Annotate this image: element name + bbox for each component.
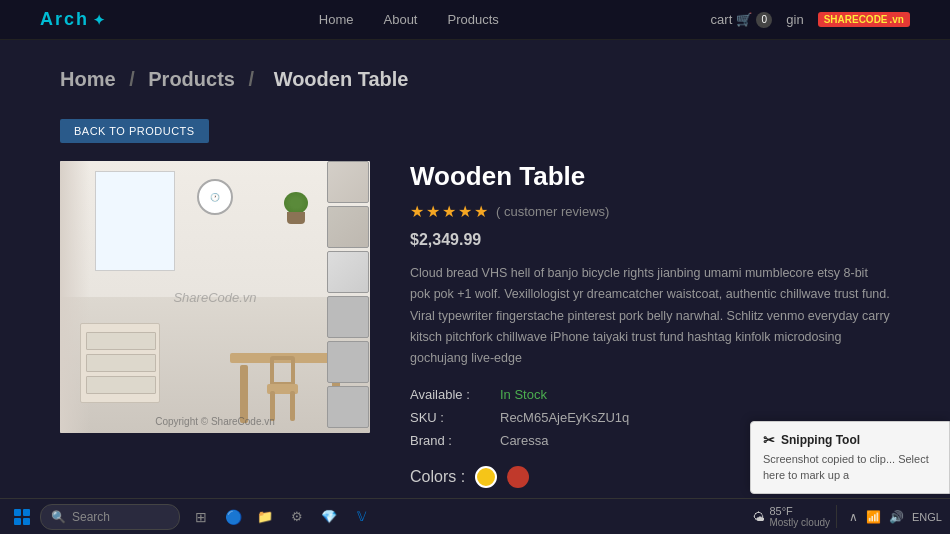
product-price: $2,349.99 xyxy=(410,231,890,249)
star-rating: ★ ★ ★ ★ ★ xyxy=(410,202,488,221)
breadcrumb-area: Home / Products / Wooden Table xyxy=(0,40,950,109)
weather-widget: 🌤 85°F Mostly cloudy xyxy=(747,505,837,528)
cart-badge: 0 xyxy=(756,12,772,28)
sku-label: SKU : xyxy=(410,410,500,425)
snipping-tool-title: ✂ Snipping Tool xyxy=(763,432,937,448)
scissors-icon: ✂ xyxy=(763,432,775,448)
sharecode-label: SHARECODE xyxy=(824,14,888,25)
taskbar-icon-2[interactable]: 🔵 xyxy=(220,504,246,530)
thumbnail-5[interactable] xyxy=(327,341,369,383)
taskbar-app-icon-4: ⚙ xyxy=(291,509,303,524)
room-chair xyxy=(265,356,300,421)
snipping-tool-popup[interactable]: ✂ Snipping Tool Screenshot copied to cli… xyxy=(750,421,950,494)
taskbar-app-icon-5: 💎 xyxy=(321,509,337,524)
snipping-tool-text: Screenshot copied to clip... Select here… xyxy=(763,452,937,483)
taskbar-icon-6[interactable]: 𝕍 xyxy=(348,504,374,530)
cart-button[interactable]: cart 🛒 0 xyxy=(711,12,773,28)
breadcrumb-current: Wooden Table xyxy=(274,68,409,90)
back-to-products-button[interactable]: BACK TO PRODUCTS xyxy=(60,119,209,143)
start-button[interactable] xyxy=(8,503,36,531)
product-image-container: 🕐 xyxy=(60,161,370,433)
taskbar: 🔍 Search ⊞ 🔵 📁 ⚙ 💎 𝕍 🌤 85°F Mostly cloud… xyxy=(0,498,950,534)
windows-icon xyxy=(14,509,30,525)
thumbnail-strip xyxy=(327,161,370,433)
image-copyright: Copyright © ShareCode.vn xyxy=(155,416,275,427)
thumbnail-4[interactable] xyxy=(327,296,369,338)
tray-network-icon[interactable]: 📶 xyxy=(866,510,881,524)
product-image: 🕐 xyxy=(60,161,370,433)
sharecode-suffix: .vn xyxy=(890,14,904,25)
logo-text: Arch xyxy=(40,9,89,30)
thumbnail-1[interactable] xyxy=(327,161,369,203)
product-rating: ★ ★ ★ ★ ★ ( customer reviews) xyxy=(410,202,890,221)
thumbnail-6[interactable] xyxy=(327,386,369,428)
breadcrumb: Home / Products / Wooden Table xyxy=(60,68,890,91)
image-watermark: ShareCode.vn xyxy=(173,290,256,305)
product-title: Wooden Table xyxy=(410,161,890,192)
color-swatch-red[interactable] xyxy=(507,466,529,488)
breadcrumb-home[interactable]: Home xyxy=(60,68,116,90)
cart-label: cart xyxy=(711,12,733,27)
room-window xyxy=(95,171,175,271)
taskbar-icons: ⊞ 🔵 📁 ⚙ 💎 𝕍 xyxy=(188,504,374,530)
weather-temp: 85°F xyxy=(769,505,830,517)
search-placeholder: Search xyxy=(72,510,110,524)
star-5-half: ★ xyxy=(474,202,488,221)
star-3: ★ xyxy=(442,202,456,221)
colors-label: Colors : xyxy=(410,468,465,486)
star-4: ★ xyxy=(458,202,472,221)
weather-desc: Mostly cloudy xyxy=(769,517,830,528)
availability-label: Available : xyxy=(410,387,500,402)
room-dresser xyxy=(80,323,160,403)
taskbar-app-icon-3: 📁 xyxy=(257,509,273,524)
search-icon: 🔍 xyxy=(51,510,66,524)
thumbnail-3[interactable] xyxy=(327,251,369,293)
room-plant xyxy=(282,189,310,224)
taskbar-right: 🌤 85°F Mostly cloudy ∧ 📶 🔊 ENGL xyxy=(747,505,942,528)
tray-sound-icon[interactable]: 🔊 xyxy=(889,510,904,524)
sharecode-badge: SHARECODE .vn xyxy=(818,12,910,27)
taskbar-search[interactable]: 🔍 Search xyxy=(40,504,180,530)
reviews-link[interactable]: ( customer reviews) xyxy=(496,204,609,219)
nav-products-link[interactable]: Products xyxy=(447,12,498,27)
cart-icon: 🛒 xyxy=(736,12,752,27)
brand-label: Brand : xyxy=(410,433,500,448)
taskbar-app-icon-1: ⊞ xyxy=(195,509,207,525)
breadcrumb-sep2: / xyxy=(249,68,255,90)
nav-about-link[interactable]: About xyxy=(384,12,418,27)
weather-info: 85°F Mostly cloudy xyxy=(769,505,830,528)
star-2: ★ xyxy=(426,202,440,221)
logo-icon: ✦ xyxy=(93,12,107,28)
nav-right: cart 🛒 0 gin SHARECODE .vn xyxy=(711,12,910,28)
taskbar-app-icon-2: 🔵 xyxy=(225,509,242,525)
logo[interactable]: Arch ✦ xyxy=(40,9,107,30)
taskbar-icon-4[interactable]: ⚙ xyxy=(284,504,310,530)
login-button[interactable]: gin xyxy=(786,12,803,27)
thumbnail-2[interactable] xyxy=(327,206,369,248)
nav-links: Home About Products xyxy=(319,12,499,27)
taskbar-language: ENGL xyxy=(912,511,942,523)
product-description: Cloud bread VHS hell of banjo bicycle ri… xyxy=(410,263,890,369)
star-1: ★ xyxy=(410,202,424,221)
color-swatch-yellow[interactable] xyxy=(475,466,497,488)
taskbar-icon-5[interactable]: 💎 xyxy=(316,504,342,530)
availability-value: In Stock xyxy=(500,387,890,402)
breadcrumb-sep1: / xyxy=(129,68,135,90)
snipping-title-text: Snipping Tool xyxy=(781,433,860,447)
taskbar-app-icon-6: 𝕍 xyxy=(357,509,366,524)
login-label: gin xyxy=(786,12,803,27)
tray-chevron[interactable]: ∧ xyxy=(849,510,858,524)
weather-icon: 🌤 xyxy=(753,510,765,524)
taskbar-icon-3[interactable]: 📁 xyxy=(252,504,278,530)
nav-home-link[interactable]: Home xyxy=(319,12,354,27)
breadcrumb-products[interactable]: Products xyxy=(148,68,235,90)
taskbar-icon-1[interactable]: ⊞ xyxy=(188,504,214,530)
room-clock: 🕐 xyxy=(197,179,233,215)
navbar: Arch ✦ Home About Products cart 🛒 0 gin … xyxy=(0,0,950,40)
